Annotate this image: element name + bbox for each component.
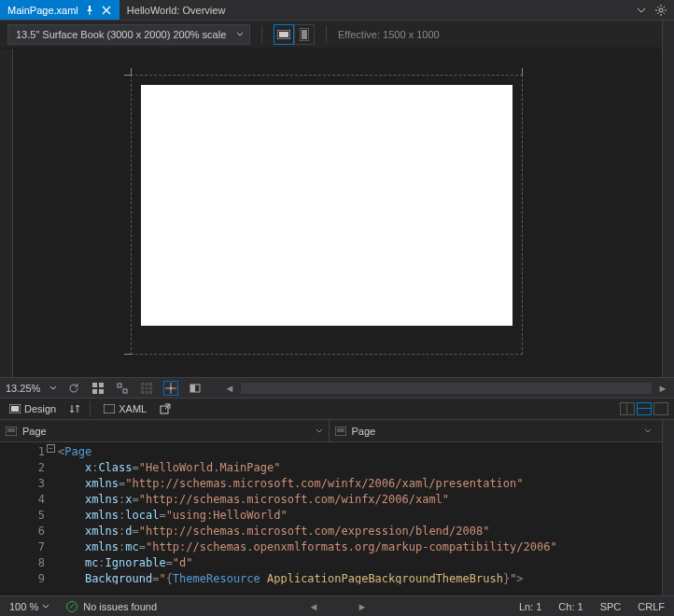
- scroll-left-icon[interactable]: ◄: [224, 383, 235, 394]
- nav-member-label: Page: [352, 426, 376, 437]
- close-icon[interactable]: [101, 5, 112, 16]
- horizontal-scrollbar[interactable]: [241, 383, 652, 394]
- vertical-ruler: [0, 49, 13, 377]
- line-number-gutter: − 123456789: [0, 442, 58, 584]
- split-horizontal-icon[interactable]: [637, 402, 652, 415]
- designer-split-bar: Design XAML: [0, 398, 674, 420]
- snap-lines-icon[interactable]: [163, 381, 178, 396]
- svg-rect-4: [302, 30, 307, 39]
- scroll-right-icon[interactable]: ►: [657, 383, 668, 394]
- refresh-icon[interactable]: [66, 381, 81, 396]
- code-navigation-bar: Page Page: [0, 420, 674, 442]
- editor-zoom[interactable]: 100 %: [9, 601, 38, 612]
- indent-indicator[interactable]: SPC: [600, 601, 622, 612]
- chevron-down-icon[interactable]: [49, 385, 57, 392]
- svg-rect-6: [99, 383, 104, 387]
- dropdown-icon[interactable]: [637, 6, 646, 15]
- tab-mainpage[interactable]: MainPage.xaml: [0, 0, 119, 20]
- page-preview[interactable]: [141, 85, 513, 326]
- svg-rect-8: [99, 389, 104, 394]
- editor-status-bar: 100 % ✓ No issues found ◄ ► Ln: 1 Ch: 1 …: [0, 595, 674, 616]
- device-dropdown[interactable]: 13.5" Surface Book (3000 x 2000) 200% sc…: [7, 24, 250, 45]
- design-pane-tab[interactable]: Design: [6, 401, 60, 416]
- split-collapse-icon[interactable]: [653, 402, 668, 415]
- design-tab-label: Design: [24, 403, 56, 414]
- zoom-chevron-icon[interactable]: [42, 603, 49, 610]
- svg-rect-14: [190, 385, 195, 392]
- issues-label[interactable]: No issues found: [83, 601, 157, 612]
- tab-label: MainPage.xaml: [7, 5, 78, 16]
- svg-rect-10: [123, 389, 127, 393]
- tab-label: HelloWorld: Overview: [127, 5, 226, 16]
- designer-toolbar: 13.5" Surface Book (3000 x 2000) 200% sc…: [0, 21, 674, 49]
- code-text[interactable]: <Page x:Class="HelloWorld.MainPage" xmln…: [58, 442, 674, 584]
- svg-rect-17: [104, 404, 115, 413]
- nav-scope-label: Page: [22, 426, 47, 437]
- char-indicator[interactable]: Ch: 1: [558, 601, 583, 612]
- document-tab-bar: MainPage.xaml HelloWorld: Overview: [0, 0, 674, 21]
- device-label: 13.5" Surface Book (3000 x 2000) 200% sc…: [16, 29, 226, 40]
- xaml-tab-label: XAML: [119, 403, 147, 414]
- effective-resolution: Effective: 1500 x 1000: [338, 29, 440, 40]
- landscape-button[interactable]: [274, 24, 294, 45]
- svg-rect-5: [92, 383, 97, 387]
- zoom-level[interactable]: 13.25%: [6, 383, 40, 394]
- svg-rect-16: [11, 406, 19, 412]
- svg-rect-11: [141, 383, 152, 394]
- eol-indicator[interactable]: CRLF: [638, 601, 665, 612]
- hscroll-right-icon[interactable]: ►: [357, 601, 368, 612]
- svg-rect-9: [118, 384, 121, 387]
- split-vertical-icon[interactable]: [620, 402, 635, 415]
- design-status-bar: 13.25% ◄ ►: [0, 377, 674, 398]
- portrait-button[interactable]: [294, 24, 315, 45]
- nav-scope-dropdown[interactable]: Page: [0, 421, 329, 441]
- tab-overview[interactable]: HelloWorld: Overview: [119, 0, 233, 20]
- svg-rect-2: [279, 32, 288, 37]
- svg-rect-7: [92, 389, 97, 394]
- snap-grid-icon[interactable]: [139, 381, 154, 396]
- line-indicator[interactable]: Ln: 1: [519, 601, 541, 612]
- design-vertical-scrollbar[interactable]: [662, 21, 674, 377]
- orientation-buttons: [274, 24, 315, 45]
- pin-icon[interactable]: [84, 5, 95, 16]
- code-vertical-scrollbar[interactable]: [662, 420, 674, 595]
- code-editor[interactable]: − 123456789 <Page x:Class="HelloWorld.Ma…: [0, 442, 674, 584]
- design-canvas[interactable]: [131, 75, 523, 355]
- fold-toggle-icon[interactable]: −: [47, 444, 55, 453]
- check-circle-icon: ✓: [66, 601, 77, 612]
- gear-icon[interactable]: [655, 5, 667, 16]
- snapping-icon[interactable]: [115, 381, 130, 396]
- svg-point-12: [170, 386, 173, 389]
- grid-icon[interactable]: [91, 381, 105, 396]
- design-surface[interactable]: [0, 49, 674, 377]
- xaml-pane-tab[interactable]: XAML: [100, 401, 150, 416]
- toggle-icon[interactable]: [188, 381, 203, 396]
- hscroll-left-icon[interactable]: ◄: [308, 601, 319, 612]
- popout-icon[interactable]: [160, 403, 171, 414]
- svg-point-0: [659, 8, 663, 12]
- nav-member-dropdown[interactable]: Page: [330, 421, 658, 441]
- swap-panes-icon[interactable]: [69, 403, 80, 414]
